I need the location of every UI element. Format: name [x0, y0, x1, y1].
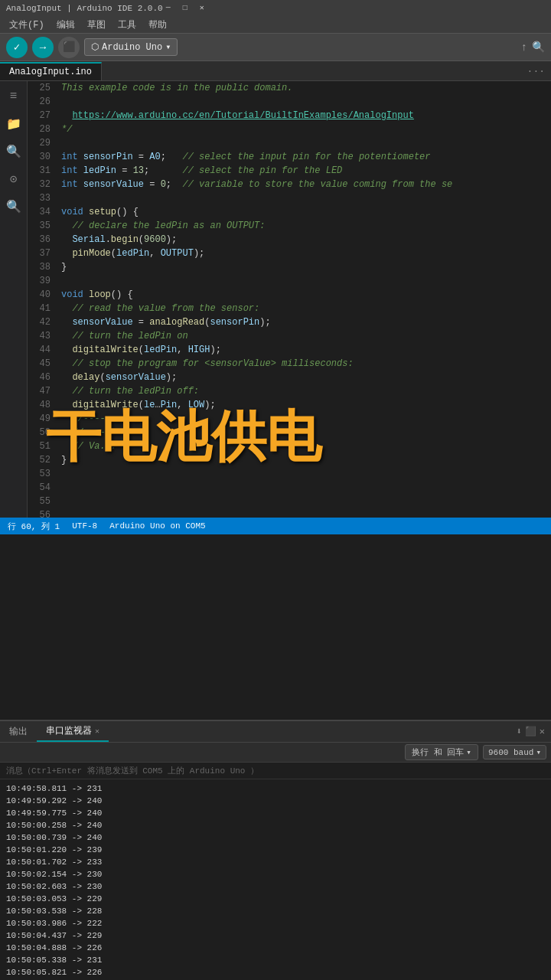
- baud-label: 9600 baud: [488, 748, 533, 757]
- sidebar-icon-search[interactable]: 🔍: [5, 142, 23, 161]
- bottom-icon-1[interactable]: ⬇: [517, 726, 522, 737]
- code-line-48: 48 digitalWrite(le…Pin, LOW);: [28, 398, 551, 412]
- code-line-30: 30 int sensorPin = A0; // select the inp…: [28, 150, 551, 164]
- code-line-40: 40 void loop() {: [28, 288, 551, 302]
- bottom-toolbar: 换行 和 回车 ▾ 9600 baud ▾: [0, 743, 551, 763]
- code-line-35: 35 // declare the ledPin as an OUTPUT:: [28, 219, 551, 233]
- code-line-52: 52 }: [28, 453, 551, 467]
- code-line-25: 25 This example code is in the public do…: [28, 81, 551, 95]
- board-name: Arduino Uno: [102, 42, 162, 53]
- serial-line: 10:50:03.538 -> 228: [6, 905, 545, 917]
- toolbar-right: ↑ 🔍: [521, 41, 545, 54]
- code-line-37: 37 pinMode(ledPin, OUTPUT);: [28, 247, 551, 260]
- menu-file[interactable]: 文件(F): [3, 18, 51, 31]
- code-line-53: 53: [28, 467, 551, 481]
- sidebar-icon-folder[interactable]: 📁: [5, 115, 23, 133]
- serial-output-area[interactable]: 10:49:58.811 -> 23110:49:59.292 -> 24010…: [0, 779, 551, 980]
- code-line-47: 47 // turn the ledPin off:: [28, 384, 551, 398]
- code-line-46: 46 delay(sensorValue);: [28, 371, 551, 384]
- code-line-33: 33: [28, 191, 551, 205]
- encoding-status: UTF-8: [72, 521, 97, 531]
- serial-line: 10:50:05.338 -> 231: [6, 954, 545, 966]
- code-line-27: 27 https://www.arduino.cc/en/Tutorial/Bu…: [28, 109, 551, 122]
- sidebar-icon-files[interactable]: ≡: [5, 87, 23, 106]
- line-ending-label: 换行 和 回车: [412, 746, 464, 758]
- upload-button[interactable]: →: [32, 37, 54, 58]
- code-editor[interactable]: 25 This example code is in the public do…: [28, 81, 551, 518]
- serial-line: 10:50:04.888 -> 226: [6, 942, 545, 954]
- tab-label: AnalogInput.ino: [9, 67, 92, 77]
- title-bar: AnalogInput | Arduino IDE 2.0.0 ─ □ ✕: [0, 0, 551, 17]
- serial-input-hint[interactable]: 消息（Ctrl+Enter 将消息发送到 COM5 上的 Arduino Uno…: [0, 763, 551, 779]
- board-icon: ⬡: [91, 41, 99, 53]
- baud-rate-selector[interactable]: 9600 baud ▾: [483, 745, 546, 760]
- cursor-position: 行 60, 列 1: [8, 521, 60, 532]
- tab-output[interactable]: 输出: [0, 722, 37, 741]
- ellipsis-icon: ···: [527, 66, 545, 77]
- tab-menu-button[interactable]: ···: [521, 63, 551, 80]
- sidebar: ≡ 📁 🔍 ⊙ 🔍: [0, 81, 28, 518]
- sidebar-icon-debug[interactable]: ⊙: [5, 170, 23, 188]
- upload-status-icon: ↑: [521, 41, 527, 54]
- bottom-icon-3[interactable]: ✕: [540, 726, 545, 737]
- code-line-49: 49 //----: [28, 412, 551, 426]
- close-button[interactable]: ✕: [197, 3, 207, 14]
- debug-button[interactable]: ⬛: [58, 37, 80, 58]
- bottom-tab-bar: 输出 串口监视器✕ ⬇ ⬛ ✕: [0, 721, 551, 743]
- menu-edit[interactable]: 编辑: [51, 18, 81, 31]
- line-ending-selector[interactable]: 换行 和 回车 ▾: [405, 744, 478, 760]
- menu-help[interactable]: 帮助: [142, 18, 173, 31]
- code-line-42: 42 sensorValue = analogRead(sensorPin);: [28, 315, 551, 329]
- serial-line: 10:50:04.437 -> 229: [6, 929, 545, 942]
- code-line-43: 43 // turn the ledPin on: [28, 329, 551, 343]
- window-title: AnalogInput | Arduino IDE 2.0.0: [6, 4, 163, 13]
- serial-line: 10:50:02.603 -> 230: [6, 880, 545, 893]
- maximize-button[interactable]: □: [180, 3, 191, 14]
- code-line-32: 32 int sensorValue = 0; // variable to s…: [28, 178, 551, 191]
- tab-analoginput[interactable]: AnalogInput.ino: [0, 62, 102, 80]
- minimize-button[interactable]: ─: [163, 3, 174, 14]
- code-line-51: 51 // Va...: [28, 439, 551, 453]
- bottom-icon-2[interactable]: ⬛: [525, 726, 536, 737]
- board-selector[interactable]: ⬡ Arduino Uno ▾: [84, 38, 178, 56]
- bottom-panel: 输出 串口监视器✕ ⬇ ⬛ ✕ 换行 和 回车 ▾ 9600 baud ▾ 消息…: [0, 720, 551, 980]
- verify-button[interactable]: ✓: [6, 37, 28, 58]
- serial-line: 10:50:03.053 -> 229: [6, 893, 545, 905]
- menu-bar: 文件(F) 编辑 草图 工具 帮助: [0, 17, 551, 34]
- serial-line: 10:50:01.702 -> 233: [6, 856, 545, 868]
- code-line-45: 45 // stop the program for <sensorValue>…: [28, 357, 551, 371]
- code-line-56: 56: [28, 508, 551, 518]
- code-line-29: 29: [28, 136, 551, 150]
- serial-line: 10:49:58.811 -> 231: [6, 782, 545, 795]
- serial-line: 10:50:00.258 -> 240: [6, 819, 545, 831]
- tab-serial-monitor[interactable]: 串口监视器✕: [37, 721, 109, 742]
- editor-container: ≡ 📁 🔍 ⊙ 🔍 25 This example code is in the…: [0, 81, 551, 518]
- code-line-39: 39: [28, 274, 551, 288]
- serial-line: 10:49:59.775 -> 240: [6, 807, 545, 819]
- serial-line: 10:50:00.739 -> 240: [6, 831, 545, 844]
- chevron-down-icon: ▾: [466, 747, 471, 757]
- menu-sketch[interactable]: 草图: [81, 18, 112, 31]
- window-controls: ─ □ ✕: [163, 3, 207, 14]
- sidebar-icon-extra[interactable]: 🔍: [5, 198, 23, 216]
- menu-tools[interactable]: 工具: [112, 18, 142, 31]
- code-line-26: 26: [28, 95, 551, 109]
- tab-serial-close[interactable]: ✕: [95, 727, 99, 736]
- serial-line: 10:49:59.292 -> 240: [6, 795, 545, 807]
- serial-line: 10:50:03.986 -> 222: [6, 917, 545, 929]
- serial-line: 10:50:05.821 -> 226: [6, 966, 545, 978]
- code-line-54: 54: [28, 481, 551, 495]
- code-line-38: 38 }: [28, 260, 551, 274]
- status-bar: 行 60, 列 1 UTF-8 Arduino Uno on COM5: [0, 518, 551, 534]
- code-line-34: 34 void setup() {: [28, 205, 551, 219]
- code-line-50: 50 //----: [28, 426, 551, 439]
- serial-line: 10:50:02.154 -> 230: [6, 868, 545, 880]
- chevron-down-icon: ▾: [165, 41, 171, 53]
- chevron-down-icon: ▾: [536, 747, 541, 757]
- board-status: Arduino Uno on COM5: [109, 521, 205, 531]
- code-line-28: 28 */: [28, 122, 551, 136]
- code-line-41: 41 // read the value from the sensor:: [28, 302, 551, 315]
- serial-line: 10:50:01.220 -> 239: [6, 844, 545, 856]
- code-line-36: 36 Serial.begin(9600);: [28, 233, 551, 247]
- search-icon[interactable]: 🔍: [532, 41, 545, 54]
